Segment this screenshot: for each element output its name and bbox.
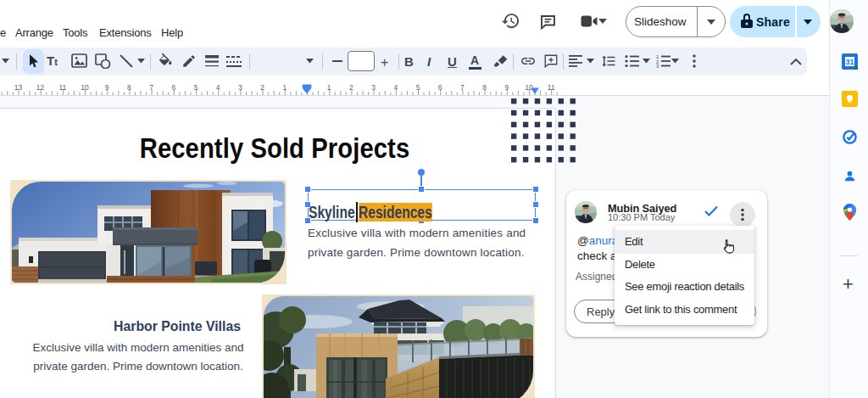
svg-text:2: 2 xyxy=(349,83,353,92)
svg-text:4: 4 xyxy=(393,83,398,92)
svg-text:11: 11 xyxy=(548,83,555,92)
svg-text:31: 31 xyxy=(845,58,854,66)
svg-text:13: 13 xyxy=(14,83,23,92)
svg-text:10: 10 xyxy=(81,83,89,92)
svg-text:4: 4 xyxy=(216,83,220,92)
svg-text:7: 7 xyxy=(460,83,465,92)
svg-text:8: 8 xyxy=(127,83,131,92)
svg-text:10: 10 xyxy=(525,83,533,92)
svg-text:9: 9 xyxy=(504,83,509,92)
svg-text:8: 8 xyxy=(482,83,487,92)
svg-text:5: 5 xyxy=(194,83,198,92)
svg-text:3: 3 xyxy=(371,83,376,92)
svg-text:6: 6 xyxy=(171,83,175,92)
svg-text:2: 2 xyxy=(260,83,264,92)
svg-text:5: 5 xyxy=(416,83,420,92)
svg-text:9: 9 xyxy=(105,83,109,92)
svg-text:3: 3 xyxy=(238,83,242,92)
svg-text:7: 7 xyxy=(149,83,153,92)
svg-text:6: 6 xyxy=(438,83,442,92)
svg-text:11: 11 xyxy=(58,83,66,92)
svg-text:3: 3 xyxy=(656,64,659,68)
svg-text:1: 1 xyxy=(327,83,331,92)
svg-text:1: 1 xyxy=(282,83,287,92)
svg-text:12: 12 xyxy=(36,83,45,92)
